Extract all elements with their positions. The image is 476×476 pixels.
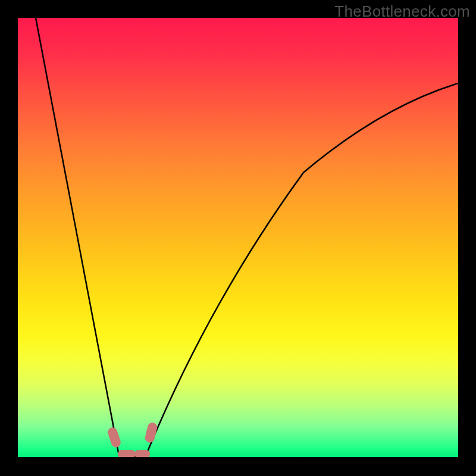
curve-left-branch [36,18,119,456]
x-axis-baseline [18,457,458,458]
plot-area [18,18,458,458]
bottleneck-curve [18,18,458,458]
watermark-text: TheBottleneck.com [334,2,470,21]
chart-frame: TheBottleneck.com [0,0,476,476]
curve-right-branch [146,83,458,456]
